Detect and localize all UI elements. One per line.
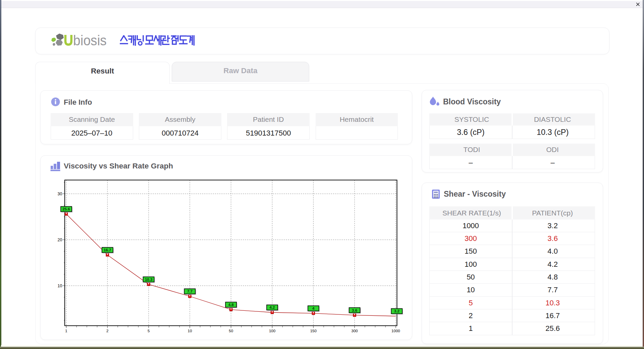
svg-text:100: 100: [269, 329, 275, 333]
svg-text:10: 10: [188, 329, 192, 333]
svg-text:150: 150: [310, 329, 317, 333]
svg-text:10: 10: [58, 284, 62, 288]
svg-text:25.6: 25.6: [62, 207, 70, 211]
svg-text:4.2: 4.2: [270, 305, 275, 309]
svg-text:1000: 1000: [391, 329, 400, 333]
svg-text:1: 1: [65, 329, 67, 333]
svg-text:3.6: 3.6: [352, 308, 357, 312]
svg-text:16.7: 16.7: [104, 248, 111, 252]
svg-text:4: 4: [312, 306, 315, 310]
svg-text:4.8: 4.8: [228, 303, 234, 307]
svg-text:5: 5: [148, 329, 150, 333]
svg-text:300: 300: [352, 329, 358, 333]
svg-text:biosis: biosis: [73, 33, 107, 48]
svg-text:2: 2: [106, 329, 108, 333]
svg-text:50: 50: [229, 329, 233, 333]
svg-text:20: 20: [58, 238, 62, 242]
svg-text:30: 30: [58, 192, 62, 196]
svg-text:7.7: 7.7: [187, 289, 193, 293]
svg-text:10.3: 10.3: [145, 278, 152, 282]
svg-text:3.2: 3.2: [394, 309, 399, 313]
